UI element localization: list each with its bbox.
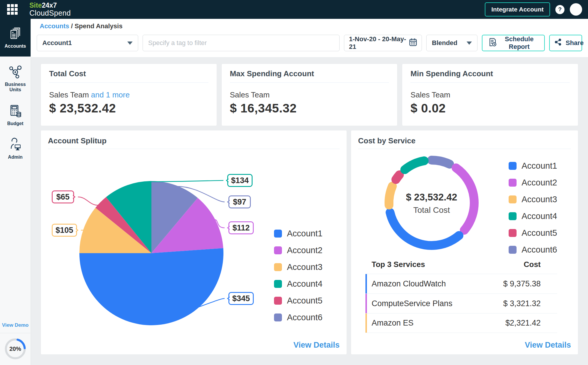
account-splitup-chart: Account1Account2Account3Account4Account5… [41, 149, 347, 355]
donut-legend-item-account3[interactable]: Account3 [509, 195, 557, 204]
donut-segment-account4[interactable] [405, 161, 424, 170]
donut-segment-account6[interactable] [432, 160, 450, 164]
legend-label: Account3 [522, 195, 557, 204]
pie-value-callout-account4: $134 [227, 174, 253, 187]
legend-label: Account6 [522, 245, 557, 255]
legend-swatch [274, 246, 282, 254]
legend-swatch [509, 162, 517, 170]
integrate-account-button[interactable]: Integrate Account [485, 2, 550, 16]
view-demo-link[interactable]: View Demo [0, 322, 31, 333]
stat-cards-row: Total Cost Sales Team and 1 more $ 23,53… [41, 64, 578, 126]
legend-label: Account2 [287, 245, 323, 255]
view-details-link[interactable]: View Details [525, 341, 571, 350]
donut-legend-item-account2[interactable]: Account2 [509, 178, 557, 188]
top-navbar: Site24x7 CloudSpend Integrate Account ? [0, 0, 588, 19]
page-header: Accounts / Spend Analysis Account1 1-Nov… [31, 19, 588, 57]
panel-title: Cost by Service [358, 136, 415, 145]
pie-value-callout-account3: $105 [52, 224, 77, 237]
donut-segment-account3[interactable] [389, 186, 392, 205]
pie-slice-account1[interactable] [79, 248, 223, 325]
service-name: Amazon CloudWatch [365, 279, 446, 288]
service-cost: $ 3,321.32 [503, 299, 557, 308]
donut-segment-account5[interactable] [396, 175, 399, 180]
sidebar-item-business-units[interactable]: Business Units [0, 62, 31, 96]
sidebar-item-label: Accounts [5, 44, 26, 49]
pie-legend-item-account2[interactable]: Account2 [274, 245, 323, 255]
schedule-report-label: Schedule Report [500, 35, 538, 51]
pie-legend-item-account5[interactable]: Account5 [274, 296, 323, 306]
pie-leader-line-account3 [81, 230, 85, 230]
schedule-report-button[interactable]: Schedule Report [482, 35, 545, 51]
account-splitup-panel: Account Splitup Account1Account2Account3… [41, 130, 347, 355]
legend-label: Account4 [287, 279, 323, 289]
max-spending-card: Max Spending Account Sales Team $ 16,345… [221, 64, 398, 126]
donut-center-label: Total Cost [413, 205, 450, 215]
pie-legend: Account1Account2Account3Account4Account5… [274, 229, 323, 322]
account-select[interactable]: Account1 [37, 35, 138, 51]
donut-center-value: $ 23,532.42 [406, 192, 457, 203]
min-spending-value: $ 0.02 [410, 101, 570, 115]
row-accent-bar [365, 313, 367, 333]
budget-icon [8, 104, 22, 119]
card-title: Max Spending Account [230, 69, 389, 78]
pie-legend-item-account4[interactable]: Account4 [274, 279, 323, 289]
sidebar-item-budget[interactable]: Budget [0, 101, 31, 129]
service-name: ComputeService Plans [365, 299, 452, 308]
account-select-value: Account1 [42, 39, 72, 47]
legend-swatch [274, 313, 282, 321]
share-icon [554, 38, 562, 48]
logo-product: CloudSpend [29, 9, 71, 17]
donut-legend-item-account4[interactable]: Account4 [509, 211, 557, 221]
app-grid-icon[interactable] [7, 4, 18, 15]
max-spending-value: $ 16,345.32 [230, 101, 389, 115]
share-button[interactable]: Share [549, 35, 582, 51]
pie-value-callout-account1: $345 [228, 292, 254, 305]
help-icon[interactable]: ? [555, 5, 564, 14]
tag-filter-input[interactable] [143, 35, 339, 51]
sidebar-item-label: Admin [8, 155, 23, 160]
sidebar-item-accounts[interactable]: Accounts [0, 19, 31, 57]
table-row: ComputeService Plans$ 3,321.32 [365, 293, 557, 313]
pie-legend-item-account3[interactable]: Account3 [274, 262, 323, 272]
main-content: Total Cost Sales Team and 1 more $ 23,53… [31, 57, 588, 365]
tag-filter-field [143, 35, 340, 51]
row-accent-bar [365, 294, 367, 313]
min-spending-card: Min Spending Account Sales Team $ 0.02 [402, 64, 578, 126]
pie-leader-line-account5 [78, 197, 98, 205]
pie-legend-item-account6[interactable]: Account6 [274, 313, 323, 322]
legend-label: Account4 [522, 211, 557, 221]
sidebar-item-admin[interactable]: Admin [0, 135, 31, 163]
cost-type-select[interactable]: Blended [426, 35, 477, 51]
view-details-link[interactable]: View Details [293, 341, 340, 350]
sidebar-item-label: Business Units [1, 82, 29, 93]
row-accent-bar [365, 274, 367, 293]
legend-label: Account5 [287, 296, 323, 306]
donut-legend-item-account6[interactable]: Account6 [509, 245, 557, 255]
legend-label: Account6 [287, 313, 323, 322]
pie-legend-item-account1[interactable]: Account1 [274, 229, 323, 238]
breadcrumb-accounts-link[interactable]: Accounts [40, 22, 69, 30]
filter-row: Account1 1-Nov-20 - 20-May-21 Blended [37, 35, 582, 51]
date-range-picker[interactable]: 1-Nov-20 - 20-May-21 [344, 35, 422, 51]
legend-swatch [274, 280, 282, 288]
sidebar-item-label: Budget [7, 121, 23, 126]
breadcrumb-current: Spend Analysis [75, 22, 123, 30]
breadcrumb: Accounts / Spend Analysis [40, 22, 123, 30]
chevron-down-icon [127, 42, 133, 45]
and-more-link[interactable]: and 1 more [91, 90, 130, 99]
service-name: Amazon ES [365, 318, 414, 328]
donut-legend-item-account1[interactable]: Account1 [509, 161, 557, 171]
cost-by-service-donut: $ 23,532.42Total Cost [382, 153, 482, 253]
legend-swatch [509, 246, 517, 254]
date-range-value: 1-Nov-20 - 20-May-21 [349, 35, 409, 51]
legend-swatch [509, 179, 517, 187]
user-avatar[interactable] [570, 3, 582, 16]
table-header-cost: Cost [524, 260, 557, 269]
share-label: Share [566, 39, 584, 47]
donut-segment-account2[interactable] [456, 168, 474, 230]
donut-segment-account1[interactable] [390, 213, 459, 245]
donut-legend-item-account5[interactable]: Account5 [509, 228, 557, 238]
breadcrumb-separator: / [71, 22, 73, 30]
card-title: Min Spending Account [410, 69, 570, 78]
entity-name: Sales Team [49, 90, 89, 99]
